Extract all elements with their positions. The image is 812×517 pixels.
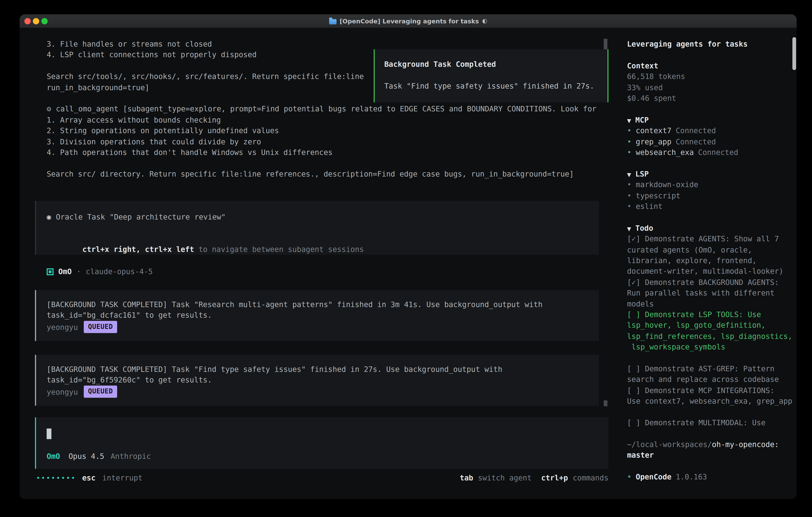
todo-line: [ ] Demonstrate MCP INTEGRATIONS: bbox=[627, 385, 796, 396]
mcp-status: Connected bbox=[676, 125, 716, 136]
bullet-icon: • bbox=[627, 190, 631, 201]
scrollbar-thumb[interactable] bbox=[604, 401, 607, 406]
task-user: yeongyu bbox=[47, 322, 78, 332]
input-footer: OmO Opus 4.5 Anthropic bbox=[47, 451, 151, 462]
todo-line: curated agents (OmO, oracle, bbox=[627, 244, 796, 255]
mcp-name: grep_app bbox=[636, 136, 671, 147]
task-footer: yeongyu QUEUED bbox=[47, 386, 117, 398]
tool-call-line: ⚙call_omo_agent [subagent_type=explore, … bbox=[47, 104, 597, 114]
app-name: OpenCode bbox=[636, 471, 671, 482]
agent-name: OmO bbox=[58, 266, 72, 277]
workspace-branch-row: master bbox=[627, 450, 654, 461]
tab-key-label: switch agent bbox=[478, 472, 531, 483]
lsp-name: markdown-oxide bbox=[636, 179, 698, 190]
oracle-hint-row: ctrl+x right, ctrl+x left to navigate be… bbox=[47, 233, 364, 266]
todo-line: document-writer, multimodal-looker) bbox=[627, 266, 796, 277]
lsp-header-label: LSP bbox=[635, 168, 649, 179]
bullet-icon: • bbox=[627, 471, 631, 482]
background-task-notification[interactable]: Background Task Completed Task "Find typ… bbox=[374, 49, 608, 102]
todo-line: search and replace across codebase bbox=[627, 374, 796, 385]
mcp-item: • context7 Connected bbox=[627, 125, 716, 136]
todo-item: [ ] Demonstrate AST-GREP: Pattern search… bbox=[627, 363, 796, 385]
queued-badge: QUEUED bbox=[84, 386, 117, 398]
todo-header-label: Todo bbox=[635, 223, 653, 234]
workspace-path-row: ~/local-workspaces/oh-my-opencode: bbox=[627, 439, 779, 450]
todo-line: librarian, explore, frontend, bbox=[627, 255, 796, 266]
task-result-panel[interactable]: [BACKGROUND TASK COMPLETED] Task "Find t… bbox=[35, 355, 599, 406]
text-cursor bbox=[47, 429, 51, 439]
window-titlebar[interactable]: [OpenCode] Leveraging agents for tasks ◐ bbox=[20, 15, 796, 28]
oracle-task-title-row: ◉ Oracle Task "Deep architecture review" bbox=[47, 212, 226, 222]
hint-text: to navigate between subagent sessions bbox=[194, 245, 364, 254]
todo-line: lsp_find_references, lsp_diagnostics, bbox=[627, 331, 796, 342]
separator-dot: · bbox=[77, 266, 81, 277]
app-version: 1.0.163 bbox=[676, 471, 707, 482]
tool-call-text: call_omo_agent [subagent_type=explore, p… bbox=[56, 105, 597, 113]
todo-line: Use context7, websearch_exa, grep_app bbox=[627, 396, 796, 406]
lsp-name: typescript bbox=[636, 190, 680, 201]
context-used: 33% used bbox=[627, 82, 663, 93]
notification-title: Background Task Completed bbox=[384, 59, 496, 70]
agent-session-header[interactable]: OmO · claude-opus-4-5 bbox=[47, 266, 153, 277]
task-user: yeongyu bbox=[47, 386, 78, 397]
task-message-line: [BACKGROUND TASK COMPLETED] Task "Resear… bbox=[47, 299, 543, 310]
chevron-down-icon: ▼ bbox=[627, 115, 631, 126]
todo-line: Run parallel tasks with different bbox=[627, 288, 796, 298]
todo-line: [✓] Demonstrate BACKGROUND AGENTS: bbox=[627, 277, 796, 288]
chevron-down-icon: ▼ bbox=[627, 224, 631, 235]
bullet-icon: • bbox=[627, 147, 631, 158]
todo-item: [ ] Demonstrate MULTIMODAL: Use bbox=[627, 417, 796, 428]
mcp-header-label: MCP bbox=[635, 114, 649, 125]
esc-key-hint: esc bbox=[82, 472, 95, 483]
agent-model: claude-opus-4-5 bbox=[86, 266, 153, 277]
todo-line: [✓] Demonstrate AGENTS: Show all 7 bbox=[627, 234, 796, 244]
spinner-dots-icon: •••••••• bbox=[36, 473, 76, 484]
context-spent: $0.46 spent bbox=[627, 93, 676, 104]
oracle-icon: ◉ bbox=[47, 212, 51, 222]
oracle-task-panel[interactable]: ◉ Oracle Task "Deep architecture review"… bbox=[35, 201, 599, 254]
notification-body: Task "Find type safety issues" finished … bbox=[384, 81, 594, 91]
gear-icon: ⚙ bbox=[47, 105, 51, 113]
mcp-status: Connected bbox=[676, 136, 716, 147]
status-bar-right: tab switch agent ctrl+p commands bbox=[460, 472, 608, 483]
bullet-icon: • bbox=[627, 136, 631, 147]
chevron-down-icon: ▼ bbox=[627, 169, 631, 180]
screen: [OpenCode] Leveraging agents for tasks ◐… bbox=[0, 0, 812, 517]
oracle-task-title: Oracle Task "Deep architecture review" bbox=[56, 212, 226, 222]
bullet-icon: • bbox=[627, 125, 631, 136]
todo-line: [ ] Demonstrate AST-GREP: Pattern bbox=[627, 363, 796, 374]
input-provider: Anthropic bbox=[111, 451, 151, 462]
todo-section-header[interactable]: ▼ Todo bbox=[627, 223, 653, 235]
task-result-panel[interactable]: [BACKGROUND TASK COMPLETED] Task "Resear… bbox=[35, 290, 599, 341]
todo-line: lsp_hover, lsp_goto_definition, bbox=[627, 320, 796, 331]
todo-list: [✓] Demonstrate AGENTS: Show all 7 curat… bbox=[627, 234, 796, 428]
hint-keys: ctrl+x right, ctrl+x left bbox=[82, 245, 194, 254]
agent-icon bbox=[47, 268, 53, 275]
session-indicator-icon: ◐ bbox=[482, 18, 487, 24]
ctrlp-key-label: commands bbox=[573, 472, 608, 483]
prompt-input[interactable]: OmO Opus 4.5 Anthropic bbox=[35, 417, 608, 469]
todo-line: [ ] Demonstrate LSP TOOLS: Use bbox=[627, 309, 796, 320]
log-line: 3. Division operations that could divide… bbox=[47, 136, 597, 147]
lsp-name: eslint bbox=[636, 201, 663, 212]
mcp-section-header[interactable]: ▼ MCP bbox=[627, 114, 649, 126]
task-message-line: task_id="bg_dcfac161" to get results. bbox=[47, 310, 212, 321]
terminal-window: [OpenCode] Leveraging agents for tasks ◐… bbox=[20, 15, 796, 499]
mcp-name: context7 bbox=[636, 125, 671, 136]
input-model: Opus 4.5 bbox=[68, 451, 104, 462]
log-line: Search src/ directory. Return specific f… bbox=[47, 168, 597, 179]
lsp-item: • typescript bbox=[627, 190, 680, 201]
app-version-row: • OpenCode 1.0.163 bbox=[627, 471, 707, 482]
mcp-name: websearch_exa bbox=[636, 147, 694, 158]
folder-icon bbox=[329, 19, 337, 24]
context-header: Context bbox=[627, 60, 658, 71]
window-title: [OpenCode] Leveraging agents for tasks ◐ bbox=[20, 15, 796, 28]
log-line: 1. Array access without bounds checking bbox=[47, 114, 597, 125]
log-line: 2. String operations on potentially unde… bbox=[47, 125, 597, 136]
sidebar-scrollbar-thumb[interactable] bbox=[792, 37, 796, 70]
log-line-blank bbox=[47, 158, 597, 168]
lsp-section-header[interactable]: ▼ LSP bbox=[627, 168, 649, 180]
todo-line: lsp_workspace_symbols bbox=[627, 342, 796, 352]
todo-item: [✓] Demonstrate BACKGROUND AGENTS: Run p… bbox=[627, 277, 796, 309]
input-agent: OmO bbox=[47, 451, 60, 462]
